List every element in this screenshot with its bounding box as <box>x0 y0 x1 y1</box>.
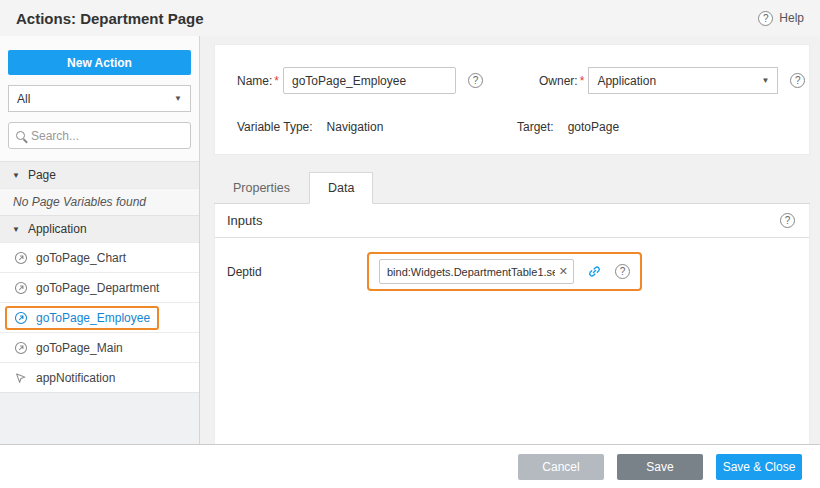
target-value: gotoPage <box>568 120 619 134</box>
name-input[interactable] <box>283 67 456 94</box>
notification-action-icon <box>14 371 28 385</box>
deptid-label: Deptid <box>227 265 367 279</box>
scope-filter-value: All <box>17 92 30 106</box>
help-button[interactable]: ? Help <box>758 11 804 26</box>
target-pair: Target: gotoPage <box>517 120 619 134</box>
sidebar-item-label: goToPage_Chart <box>36 251 126 265</box>
sidebar-item-gotopage-employee[interactable]: goToPage_Employee <box>0 302 199 332</box>
owner-label: Owner: <box>539 74 578 88</box>
tabstrip: Properties Data <box>214 171 810 204</box>
tree-section-application[interactable]: ▼ Application <box>0 215 199 242</box>
save-button[interactable]: Save <box>617 454 703 480</box>
search-box <box>8 122 191 149</box>
page-title: Actions: Department Page <box>16 10 204 27</box>
navigation-action-icon <box>14 251 28 265</box>
item-inner: goToPage_Main <box>5 336 132 360</box>
inputs-section-title: Inputs <box>227 213 262 228</box>
clear-icon[interactable]: ✕ <box>559 265 568 278</box>
sidebar-item-label: goToPage_Employee <box>36 311 150 325</box>
variable-type-pair: Variable Type: Navigation <box>237 120 517 134</box>
sidebar-item-label: appNotification <box>36 371 115 385</box>
sidebar-item-appnotification[interactable]: appNotification <box>0 362 199 392</box>
chevron-down-icon: ▼ <box>174 94 182 103</box>
navigation-action-icon <box>14 281 28 295</box>
owner-help-icon[interactable]: ? <box>790 73 805 88</box>
deptid-field-row: Deptid bind:Widgets.DepartmentTable1.sel… <box>215 238 809 291</box>
search-input[interactable] <box>31 129 183 143</box>
item-inner: goToPage_Department <box>5 276 168 300</box>
item-inner: goToPage_Chart <box>5 246 135 270</box>
required-asterisk: * <box>580 74 585 88</box>
required-asterisk: * <box>274 74 279 88</box>
dialog-body: New Action All ▼ ▼ Page No Page Variable… <box>0 36 820 444</box>
help-label: Help <box>779 11 804 25</box>
item-inner-selected-highlight: goToPage_Employee <box>5 306 159 330</box>
action-form: Name: * ? Owner: * Application ▼ ? <box>214 44 810 155</box>
action-detail-panel: Name: * ? Owner: * Application ▼ ? <box>200 36 820 444</box>
variable-type-value: Navigation <box>327 120 384 134</box>
target-label: Target: <box>517 120 554 134</box>
search-icon <box>16 131 25 140</box>
titlebar: Actions: Department Page ? Help <box>0 0 820 36</box>
sidebar-filler <box>0 392 199 444</box>
owner-group: Owner: * Application ▼ ? <box>539 67 805 94</box>
data-tab-content: Inputs ? Deptid bind:Widgets.DepartmentT… <box>214 204 810 444</box>
sidebar-item-label: goToPage_Department <box>36 281 159 295</box>
tab-data[interactable]: Data <box>309 172 373 204</box>
actions-dialog: Actions: Department Page ? Help New Acti… <box>0 0 820 488</box>
variable-type-label: Variable Type: <box>237 120 313 134</box>
page-empty-message: No Page Variables found <box>0 188 199 215</box>
deptid-bind-group-highlight: bind:Widgets.DepartmentTable1.selec ✕ ? <box>367 252 642 291</box>
item-inner: appNotification <box>5 366 124 390</box>
name-label: Name: <box>237 74 272 88</box>
tree-section-page[interactable]: ▼ Page <box>0 161 199 188</box>
meta-row: Variable Type: Navigation Target: gotoPa… <box>237 120 787 134</box>
new-action-button[interactable]: New Action <box>8 50 191 75</box>
bind-link-icon[interactable] <box>586 263 603 280</box>
sidebar-item-gotopage-department[interactable]: goToPage_Department <box>0 272 199 302</box>
deptid-value: bind:Widgets.DepartmentTable1.selec <box>387 266 555 278</box>
sidebar-item-gotopage-main[interactable]: goToPage_Main <box>0 332 199 362</box>
variables-sidebar: New Action All ▼ ▼ Page No Page Variable… <box>0 36 200 444</box>
name-owner-row: Name: * ? Owner: * Application ▼ ? <box>237 67 787 94</box>
navigation-action-icon <box>14 341 28 355</box>
deptid-input[interactable]: bind:Widgets.DepartmentTable1.selec ✕ <box>379 259 574 284</box>
tree-section-page-label: Page <box>28 168 56 182</box>
sidebar-item-label: goToPage_Main <box>36 341 123 355</box>
owner-select[interactable]: Application ▼ <box>588 67 778 94</box>
sidebar-item-gotopage-chart[interactable]: goToPage_Chart <box>0 242 199 272</box>
navigation-action-icon <box>14 311 28 325</box>
footer-actions: Cancel Save Save & Close <box>0 444 820 488</box>
chevron-down-icon: ▼ <box>761 76 769 85</box>
owner-select-value: Application <box>597 74 656 88</box>
collapse-caret-icon: ▼ <box>12 171 20 180</box>
help-icon: ? <box>758 11 773 26</box>
deptid-help-icon[interactable]: ? <box>615 264 630 279</box>
inputs-section-header: Inputs ? <box>215 204 809 238</box>
collapse-caret-icon: ▼ <box>12 225 20 234</box>
tab-properties[interactable]: Properties <box>214 172 309 204</box>
save-and-close-button[interactable]: Save & Close <box>716 454 802 480</box>
tree-section-application-label: Application <box>28 222 87 236</box>
scope-filter-select[interactable]: All ▼ <box>8 85 191 112</box>
cancel-button[interactable]: Cancel <box>518 454 604 480</box>
name-help-icon[interactable]: ? <box>468 73 483 88</box>
inputs-help-icon[interactable]: ? <box>780 213 795 228</box>
